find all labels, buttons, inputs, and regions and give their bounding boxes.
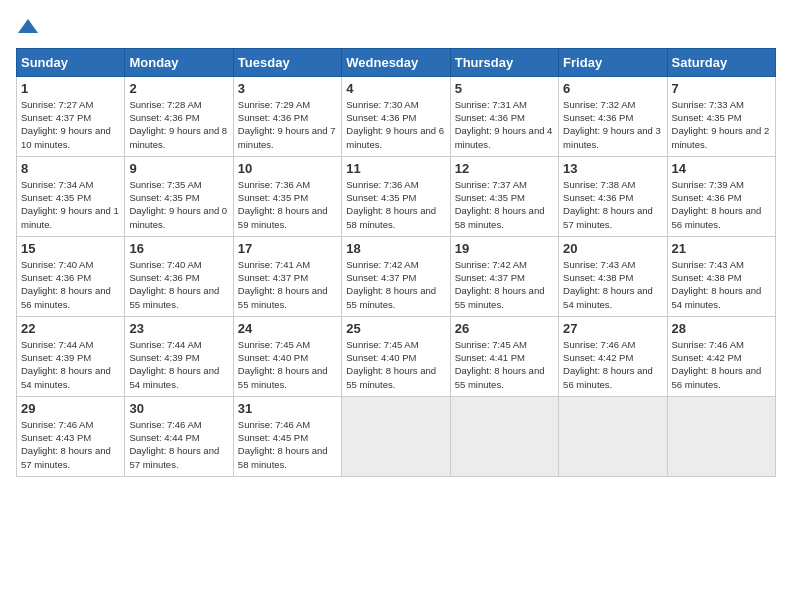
day-number: 15 — [21, 241, 120, 256]
cell-info: Sunrise: 7:34 AMSunset: 4:35 PMDaylight:… — [21, 179, 119, 230]
day-number: 11 — [346, 161, 445, 176]
week-row-2: 8Sunrise: 7:34 AMSunset: 4:35 PMDaylight… — [17, 156, 776, 236]
calendar-cell: 1Sunrise: 7:27 AMSunset: 4:37 PMDaylight… — [17, 76, 125, 156]
cell-info: Sunrise: 7:46 AMSunset: 4:42 PMDaylight:… — [563, 339, 653, 390]
day-number: 23 — [129, 321, 228, 336]
calendar-cell: 14Sunrise: 7:39 AMSunset: 4:36 PMDayligh… — [667, 156, 775, 236]
day-number: 22 — [21, 321, 120, 336]
day-number: 31 — [238, 401, 337, 416]
logo-icon — [18, 19, 38, 33]
cell-info: Sunrise: 7:37 AMSunset: 4:35 PMDaylight:… — [455, 179, 545, 230]
calendar-cell: 7Sunrise: 7:33 AMSunset: 4:35 PMDaylight… — [667, 76, 775, 156]
day-number: 16 — [129, 241, 228, 256]
cell-info: Sunrise: 7:36 AMSunset: 4:35 PMDaylight:… — [346, 179, 436, 230]
cell-info: Sunrise: 7:30 AMSunset: 4:36 PMDaylight:… — [346, 99, 444, 150]
week-row-4: 22Sunrise: 7:44 AMSunset: 4:39 PMDayligh… — [17, 316, 776, 396]
page-header — [16, 16, 776, 36]
day-number: 6 — [563, 81, 662, 96]
day-number: 21 — [672, 241, 771, 256]
calendar-cell: 2Sunrise: 7:28 AMSunset: 4:36 PMDaylight… — [125, 76, 233, 156]
calendar-cell: 11Sunrise: 7:36 AMSunset: 4:35 PMDayligh… — [342, 156, 450, 236]
calendar-cell: 16Sunrise: 7:40 AMSunset: 4:36 PMDayligh… — [125, 236, 233, 316]
cell-info: Sunrise: 7:27 AMSunset: 4:37 PMDaylight:… — [21, 99, 111, 150]
header-cell-friday: Friday — [559, 48, 667, 76]
calendar-cell: 21Sunrise: 7:43 AMSunset: 4:38 PMDayligh… — [667, 236, 775, 316]
cell-info: Sunrise: 7:32 AMSunset: 4:36 PMDaylight:… — [563, 99, 661, 150]
calendar-cell — [450, 396, 558, 476]
cell-info: Sunrise: 7:28 AMSunset: 4:36 PMDaylight:… — [129, 99, 227, 150]
week-row-3: 15Sunrise: 7:40 AMSunset: 4:36 PMDayligh… — [17, 236, 776, 316]
day-number: 9 — [129, 161, 228, 176]
calendar-cell: 13Sunrise: 7:38 AMSunset: 4:36 PMDayligh… — [559, 156, 667, 236]
calendar-table: SundayMondayTuesdayWednesdayThursdayFrid… — [16, 48, 776, 477]
calendar-cell: 15Sunrise: 7:40 AMSunset: 4:36 PMDayligh… — [17, 236, 125, 316]
calendar-cell: 4Sunrise: 7:30 AMSunset: 4:36 PMDaylight… — [342, 76, 450, 156]
cell-info: Sunrise: 7:43 AMSunset: 4:38 PMDaylight:… — [563, 259, 653, 310]
calendar-cell: 26Sunrise: 7:45 AMSunset: 4:41 PMDayligh… — [450, 316, 558, 396]
calendar-cell: 10Sunrise: 7:36 AMSunset: 4:35 PMDayligh… — [233, 156, 341, 236]
cell-info: Sunrise: 7:41 AMSunset: 4:37 PMDaylight:… — [238, 259, 328, 310]
calendar-cell: 31Sunrise: 7:46 AMSunset: 4:45 PMDayligh… — [233, 396, 341, 476]
cell-info: Sunrise: 7:45 AMSunset: 4:40 PMDaylight:… — [346, 339, 436, 390]
cell-info: Sunrise: 7:42 AMSunset: 4:37 PMDaylight:… — [346, 259, 436, 310]
calendar-cell: 27Sunrise: 7:46 AMSunset: 4:42 PMDayligh… — [559, 316, 667, 396]
calendar-cell — [667, 396, 775, 476]
day-number: 28 — [672, 321, 771, 336]
calendar-header-row: SundayMondayTuesdayWednesdayThursdayFrid… — [17, 48, 776, 76]
day-number: 26 — [455, 321, 554, 336]
day-number: 1 — [21, 81, 120, 96]
day-number: 12 — [455, 161, 554, 176]
cell-info: Sunrise: 7:46 AMSunset: 4:42 PMDaylight:… — [672, 339, 762, 390]
calendar-cell: 19Sunrise: 7:42 AMSunset: 4:37 PMDayligh… — [450, 236, 558, 316]
cell-info: Sunrise: 7:46 AMSunset: 4:43 PMDaylight:… — [21, 419, 111, 470]
header-cell-monday: Monday — [125, 48, 233, 76]
day-number: 2 — [129, 81, 228, 96]
calendar-cell: 18Sunrise: 7:42 AMSunset: 4:37 PMDayligh… — [342, 236, 450, 316]
header-cell-tuesday: Tuesday — [233, 48, 341, 76]
calendar-cell: 8Sunrise: 7:34 AMSunset: 4:35 PMDaylight… — [17, 156, 125, 236]
cell-info: Sunrise: 7:44 AMSunset: 4:39 PMDaylight:… — [21, 339, 111, 390]
day-number: 29 — [21, 401, 120, 416]
cell-info: Sunrise: 7:46 AMSunset: 4:45 PMDaylight:… — [238, 419, 328, 470]
calendar-cell: 22Sunrise: 7:44 AMSunset: 4:39 PMDayligh… — [17, 316, 125, 396]
logo — [16, 16, 38, 36]
cell-info: Sunrise: 7:40 AMSunset: 4:36 PMDaylight:… — [21, 259, 111, 310]
day-number: 8 — [21, 161, 120, 176]
calendar-cell: 17Sunrise: 7:41 AMSunset: 4:37 PMDayligh… — [233, 236, 341, 316]
calendar-cell: 5Sunrise: 7:31 AMSunset: 4:36 PMDaylight… — [450, 76, 558, 156]
calendar-cell: 28Sunrise: 7:46 AMSunset: 4:42 PMDayligh… — [667, 316, 775, 396]
cell-info: Sunrise: 7:45 AMSunset: 4:41 PMDaylight:… — [455, 339, 545, 390]
calendar-cell — [559, 396, 667, 476]
cell-info: Sunrise: 7:31 AMSunset: 4:36 PMDaylight:… — [455, 99, 553, 150]
cell-info: Sunrise: 7:38 AMSunset: 4:36 PMDaylight:… — [563, 179, 653, 230]
day-number: 5 — [455, 81, 554, 96]
day-number: 4 — [346, 81, 445, 96]
cell-info: Sunrise: 7:40 AMSunset: 4:36 PMDaylight:… — [129, 259, 219, 310]
day-number: 13 — [563, 161, 662, 176]
day-number: 20 — [563, 241, 662, 256]
week-row-1: 1Sunrise: 7:27 AMSunset: 4:37 PMDaylight… — [17, 76, 776, 156]
day-number: 25 — [346, 321, 445, 336]
svg-marker-0 — [18, 19, 38, 33]
day-number: 7 — [672, 81, 771, 96]
cell-info: Sunrise: 7:39 AMSunset: 4:36 PMDaylight:… — [672, 179, 762, 230]
day-number: 19 — [455, 241, 554, 256]
cell-info: Sunrise: 7:29 AMSunset: 4:36 PMDaylight:… — [238, 99, 336, 150]
day-number: 30 — [129, 401, 228, 416]
cell-info: Sunrise: 7:46 AMSunset: 4:44 PMDaylight:… — [129, 419, 219, 470]
header-cell-sunday: Sunday — [17, 48, 125, 76]
cell-info: Sunrise: 7:33 AMSunset: 4:35 PMDaylight:… — [672, 99, 770, 150]
calendar-cell: 25Sunrise: 7:45 AMSunset: 4:40 PMDayligh… — [342, 316, 450, 396]
calendar-cell: 3Sunrise: 7:29 AMSunset: 4:36 PMDaylight… — [233, 76, 341, 156]
calendar-cell: 12Sunrise: 7:37 AMSunset: 4:35 PMDayligh… — [450, 156, 558, 236]
calendar-cell: 24Sunrise: 7:45 AMSunset: 4:40 PMDayligh… — [233, 316, 341, 396]
header-cell-saturday: Saturday — [667, 48, 775, 76]
cell-info: Sunrise: 7:42 AMSunset: 4:37 PMDaylight:… — [455, 259, 545, 310]
calendar-cell: 29Sunrise: 7:46 AMSunset: 4:43 PMDayligh… — [17, 396, 125, 476]
day-number: 14 — [672, 161, 771, 176]
calendar-cell: 30Sunrise: 7:46 AMSunset: 4:44 PMDayligh… — [125, 396, 233, 476]
calendar-cell: 9Sunrise: 7:35 AMSunset: 4:35 PMDaylight… — [125, 156, 233, 236]
day-number: 27 — [563, 321, 662, 336]
calendar-cell — [342, 396, 450, 476]
header-cell-wednesday: Wednesday — [342, 48, 450, 76]
